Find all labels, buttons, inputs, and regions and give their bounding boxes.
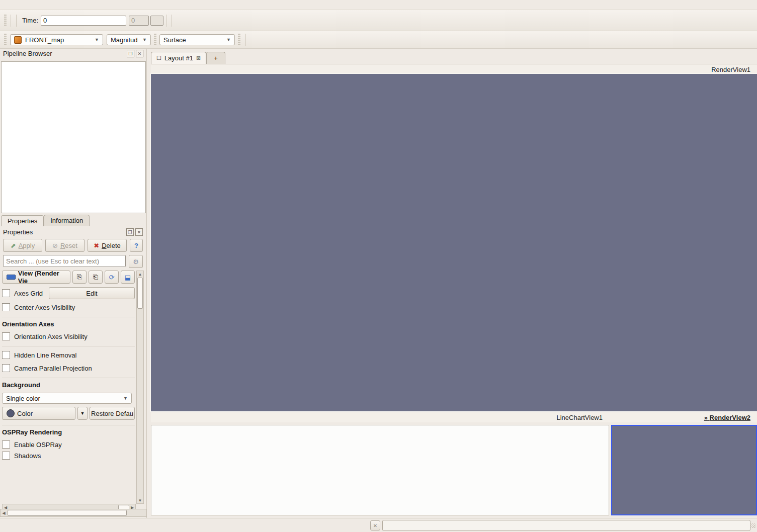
layout-icon: ☐ — [156, 55, 161, 61]
copy-properties-button[interactable]: ⎘ — [72, 271, 87, 284]
reset-button[interactable]: ⊘Reset — [45, 239, 85, 252]
properties-vscrollbar[interactable]: ▲ ▼ — [136, 271, 144, 504]
time-label: Time: — [22, 17, 38, 24]
resize-grip[interactable] — [750, 523, 755, 528]
axes-grid-checkbox[interactable] — [2, 289, 10, 297]
background-header: Background — [2, 378, 135, 389]
refresh-icon: ⟳ — [109, 274, 115, 281]
tab-information[interactable]: Information — [44, 215, 90, 226]
menu-bar — [0, 0, 757, 10]
chevron-down-icon: ▼ — [123, 396, 128, 401]
float-panel-button[interactable]: ❐ — [126, 228, 134, 236]
layout-tab-bar: ☐ Layout #1 ⊠ + — [151, 50, 757, 64]
orientation-axes-header: Orientation Axes — [2, 317, 135, 328]
center-axes-checkbox[interactable] — [2, 303, 10, 311]
view-area: ☐ Layout #1 ⊠ + RenderView1 LineChartVie… — [151, 50, 757, 518]
search-input[interactable]: Search ... (use Esc to clear text) — [3, 255, 126, 267]
render-view-2-toolbar: » RenderView2 — [609, 412, 757, 422]
delete-button[interactable]: ✖Delete — [88, 239, 127, 252]
hidden-line-label: Hidden Line Removal — [14, 351, 76, 359]
representation-combo[interactable]: Surface ▼ — [159, 34, 235, 45]
edit-axes-grid-button[interactable]: Edit — [49, 287, 135, 299]
display-toolbar: FRONT_map ▼ Magnitud ▼ Surface ▼ — [0, 31, 757, 49]
reload-properties-button[interactable]: ⟳ — [105, 271, 119, 284]
chevron-down-icon: ▼ — [226, 37, 231, 42]
chevron-down-icon: ▼ — [80, 411, 85, 416]
float-panel-button[interactable]: ❐ — [127, 50, 134, 57]
search-options-button[interactable]: ⚙ — [129, 255, 143, 268]
chart-view-toolbar: LineChartView1 — [151, 412, 609, 422]
abort-progress-button[interactable]: ✕ — [370, 520, 380, 530]
time-input[interactable]: 0 — [41, 16, 126, 26]
help-button[interactable]: ? — [130, 239, 143, 252]
paste-icon: ⎗ — [93, 273, 98, 281]
shadows-label: Shadows — [14, 452, 41, 460]
progress-bar — [382, 520, 750, 531]
shadows-checkbox[interactable] — [2, 452, 10, 460]
time-index-spinner — [150, 16, 163, 26]
gear-icon: ⚙ — [133, 258, 139, 265]
camera-parallel-checkbox[interactable] — [2, 364, 10, 372]
linechartview1-title: LineChartView1 — [556, 414, 603, 421]
hidden-line-checkbox[interactable] — [2, 351, 10, 359]
time-index-input: 0 — [129, 16, 149, 26]
color-swatch — [7, 409, 15, 417]
ospray-header: OSPRay Rendering — [2, 425, 135, 436]
properties-panel: Properties ❐ ✕ ⬈Apply ⊘Reset ✖Delete ? S… — [0, 226, 146, 508]
save-icon: ⬓ — [125, 274, 131, 281]
background-mode-combo[interactable]: Single color ▼ — [2, 393, 132, 404]
color-menu-button[interactable]: ▼ — [77, 407, 88, 420]
toolbar-handle[interactable] — [4, 15, 7, 27]
left-dock: Pipeline Browser ❐ ✕ Properties Informat… — [0, 49, 147, 518]
tab-layout-1[interactable]: ☐ Layout #1 ⊠ — [151, 52, 206, 64]
array-type-icon — [14, 36, 22, 44]
enable-ospray-checkbox[interactable] — [2, 440, 10, 449]
properties-title: Properties — [3, 228, 33, 236]
render-view-1[interactable] — [151, 74, 757, 411]
save-defaults-button[interactable]: ⬓ — [121, 271, 135, 284]
close-panel-button[interactable]: ✕ — [135, 228, 143, 236]
dock-hscrollbar[interactable]: ◀ — [0, 509, 147, 517]
paste-properties-button[interactable]: ⎗ — [89, 271, 103, 284]
background-color-button[interactable]: Color — [2, 407, 75, 420]
renderview2-title: » RenderView2 — [704, 414, 750, 421]
line-chart-view[interactable] — [151, 425, 609, 515]
main-toolbar: Time: 0 0 — [0, 10, 757, 31]
properties-scroll-area: View (Render Vie ⎘ ⎗ ⟳ ⬓ Axes Grid Edit … — [2, 271, 135, 503]
chevron-down-icon: ▼ — [95, 37, 99, 42]
tab-properties[interactable]: Properties — [1, 215, 44, 226]
copy-icon: ⎘ — [77, 273, 82, 281]
view-section-header[interactable]: View (Render Vie — [2, 271, 70, 284]
add-layout-tab[interactable]: + — [206, 52, 225, 64]
panel-tab-row: Properties Information — [1, 214, 146, 226]
status-bar: ✕ — [0, 518, 757, 532]
renderview1-title: RenderView1 — [711, 66, 750, 73]
render-view-toolbar: RenderView1 — [151, 64, 757, 74]
camera-parallel-label: Camera Parallel Projection — [14, 365, 92, 372]
orientation-axes-checkbox[interactable] — [2, 332, 10, 340]
chevron-down-icon: ▼ — [142, 37, 147, 42]
pipeline-browser-title: Pipeline Browser — [3, 50, 52, 57]
close-panel-button[interactable]: ✕ — [136, 50, 143, 57]
close-tab-icon[interactable]: ⊠ — [196, 55, 201, 61]
axes-grid-label: Axes Grid — [14, 290, 43, 297]
center-axes-label: Center Axes Visibility — [14, 304, 75, 311]
toolbar-handle[interactable] — [4, 34, 7, 46]
apply-button[interactable]: ⬈Apply — [3, 239, 42, 252]
render-view-2[interactable] — [611, 425, 757, 515]
component-combo[interactable]: Magnitud ▼ — [107, 34, 151, 45]
pipeline-tree — [1, 61, 146, 213]
orientation-axes-label: Orientation Axes Visibility — [14, 333, 88, 340]
color-array-combo[interactable]: FRONT_map ▼ — [10, 34, 103, 45]
enable-ospray-label: Enable OSPRay — [14, 441, 62, 449]
restore-defaults-button[interactable]: Restore Defau — [90, 407, 135, 420]
